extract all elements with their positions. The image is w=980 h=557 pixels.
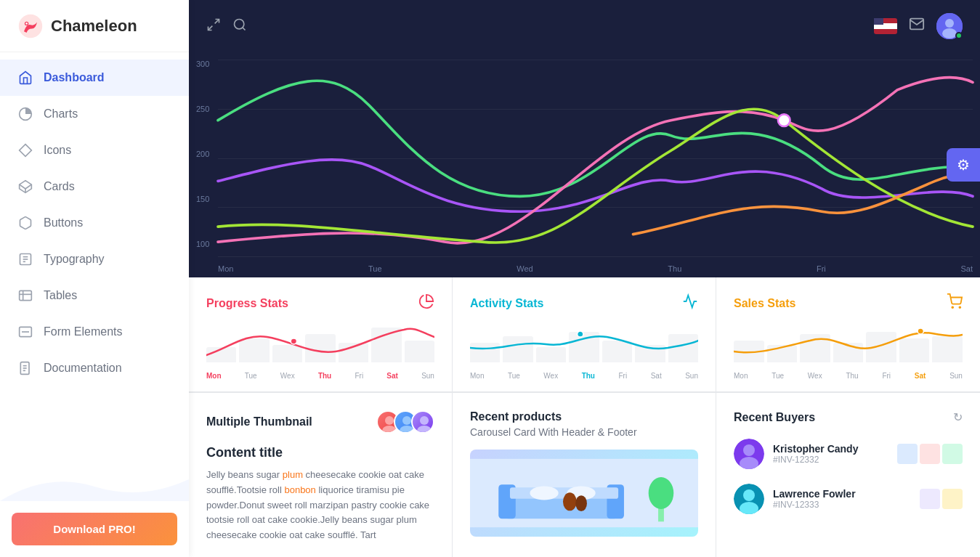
ss-x-thu: Thu bbox=[846, 372, 858, 380]
sidebar-item-tables[interactable]: Tables bbox=[0, 277, 189, 314]
avatar-3 bbox=[411, 410, 434, 434]
sidebar-item-form-elements[interactable]: Form Elements bbox=[0, 314, 189, 350]
ps-x-mon: Mon bbox=[206, 372, 222, 380]
buyer-info-2: Lawrence Fowler #INV-12333 bbox=[773, 488, 911, 510]
ps-x-sun: Sun bbox=[421, 372, 434, 380]
svg-point-48 bbox=[575, 495, 587, 511]
svg-point-43 bbox=[530, 487, 558, 500]
svg-point-2 bbox=[25, 23, 28, 25]
buyer-item-2: Lawrence Fowler #INV-12333 bbox=[734, 484, 963, 514]
chart-icon bbox=[17, 106, 33, 122]
sales-mini-chart: Mon Tue Wex Thu Fri Sat Sun bbox=[734, 322, 963, 380]
ss-x-sun: Sun bbox=[949, 372, 963, 380]
svg-point-26 bbox=[778, 114, 790, 126]
buyer-name-2: Lawrence Fowler bbox=[773, 488, 911, 500]
y-label-100: 100 bbox=[196, 240, 209, 248]
pie-chart-icon bbox=[418, 293, 434, 313]
topbar-right bbox=[874, 13, 963, 39]
sidebar-label-buttons: Buttons bbox=[44, 216, 83, 229]
svg-point-36 bbox=[420, 416, 429, 425]
download-pro-button[interactable]: Download PRO! bbox=[12, 513, 177, 545]
ss-x-sat: Sat bbox=[915, 372, 926, 380]
sidebar-item-charts[interactable]: Charts bbox=[0, 96, 189, 132]
buyer-avatar-1 bbox=[734, 439, 764, 469]
svg-point-53 bbox=[743, 489, 755, 501]
form-icon bbox=[17, 324, 33, 340]
sidebar-label-documentation: Documentation bbox=[44, 362, 122, 375]
buyer-thumb-2a bbox=[920, 489, 940, 509]
svg-point-50 bbox=[743, 444, 755, 456]
sidebar-logo: Chameleon bbox=[0, 0, 189, 52]
layers-icon bbox=[17, 179, 33, 195]
buyer-name-1: Kristopher Candy bbox=[773, 443, 888, 455]
ps-x-fri: Fri bbox=[355, 372, 363, 380]
refresh-icon[interactable]: ↻ bbox=[953, 410, 963, 424]
x-label-thu: Thu bbox=[668, 264, 681, 273]
settings-button[interactable]: ⚙ bbox=[947, 148, 980, 182]
thumbnail-avatars bbox=[376, 410, 434, 434]
svg-point-29 bbox=[952, 306, 953, 308]
buyers-card-title: Recent Buyers bbox=[734, 411, 815, 424]
topbar-left bbox=[206, 17, 862, 36]
sidebar-item-icons[interactable]: Icons bbox=[0, 132, 189, 168]
y-label-150: 150 bbox=[196, 195, 209, 203]
product-carousel-image[interactable] bbox=[470, 450, 698, 537]
ss-x-fri: Fri bbox=[882, 372, 891, 380]
y-label-300: 300 bbox=[196, 60, 209, 68]
stat-card-activity: Activity Stats bbox=[453, 277, 716, 391]
topbar bbox=[189, 0, 980, 52]
buyer-avatar-2 bbox=[734, 484, 764, 514]
thumbnail-card-title: Multiple Thumbnail bbox=[206, 415, 312, 428]
x-label-tue: Tue bbox=[368, 264, 382, 273]
chart-x-labels: Mon Tue Wed Thu Fri Sat bbox=[218, 264, 973, 273]
svg-line-22 bbox=[243, 27, 246, 30]
sidebar-label-charts: Charts bbox=[44, 107, 78, 121]
stats-row: Progress Stats bbox=[189, 277, 980, 392]
x-label-fri: Fri bbox=[817, 264, 826, 273]
x-label-wed: Wed bbox=[517, 264, 532, 273]
ss-x-tue: Tue bbox=[772, 372, 784, 380]
stat-card-sales: Sales Stats bbox=[716, 277, 980, 391]
sidebar: Chameleon Dashboard Charts bbox=[0, 0, 189, 557]
x-label-mon: Mon bbox=[218, 264, 233, 273]
buyer-thumb-2b bbox=[942, 489, 963, 509]
svg-point-31 bbox=[918, 328, 923, 334]
language-flag[interactable] bbox=[874, 18, 897, 34]
fullscreen-icon[interactable] bbox=[206, 17, 221, 36]
ps-x-tue: Tue bbox=[245, 372, 257, 380]
online-indicator bbox=[955, 32, 963, 39]
thumbnail-card: Multiple Thumbnail Content title bbox=[189, 393, 453, 557]
mail-icon[interactable] bbox=[909, 16, 925, 36]
sidebar-item-buttons[interactable]: Buttons bbox=[0, 205, 189, 241]
search-icon[interactable] bbox=[232, 17, 247, 36]
sidebar-item-documentation[interactable]: Documentation bbox=[0, 350, 189, 386]
sidebar-item-cards[interactable]: Cards bbox=[0, 168, 189, 205]
buyer-product-thumbs-2 bbox=[920, 489, 963, 509]
buyer-invoice-1: #INV-12332 bbox=[773, 455, 888, 465]
sidebar-item-dashboard[interactable]: Dashboard bbox=[0, 60, 189, 96]
products-card-subtitle: Carousel Card With Header & Footer bbox=[470, 426, 637, 438]
svg-line-19 bbox=[215, 19, 219, 23]
type-icon bbox=[17, 251, 33, 267]
ps-x-thu: Thu bbox=[318, 372, 331, 380]
box-icon bbox=[17, 215, 33, 231]
home-icon bbox=[17, 70, 33, 86]
svg-line-20 bbox=[208, 25, 213, 30]
buyers-card-header: Recent Buyers ↻ bbox=[734, 410, 963, 424]
sidebar-item-typography[interactable]: Typography bbox=[0, 241, 189, 277]
progress-stats-title: Progress Stats bbox=[206, 297, 288, 310]
svg-point-37 bbox=[417, 426, 432, 434]
x-label-sat: Sat bbox=[960, 264, 973, 273]
buyer-thumb-1a bbox=[897, 444, 918, 464]
products-card: Recent products Carousel Card With Heade… bbox=[453, 393, 716, 557]
svg-point-34 bbox=[402, 416, 411, 425]
svg-point-24 bbox=[945, 19, 954, 28]
svg-point-25 bbox=[942, 28, 957, 38]
as-x-sun: Sun bbox=[685, 372, 698, 380]
as-x-thu: Thu bbox=[582, 372, 595, 380]
plum-link[interactable]: plum bbox=[283, 469, 303, 480]
bonbon-link[interactable]: bonbon bbox=[284, 484, 315, 495]
sidebar-label-dashboard: Dashboard bbox=[44, 71, 105, 84]
content-text: Jelly beans sugar plum cheesecake cookie… bbox=[206, 468, 434, 543]
svg-point-21 bbox=[235, 19, 244, 28]
